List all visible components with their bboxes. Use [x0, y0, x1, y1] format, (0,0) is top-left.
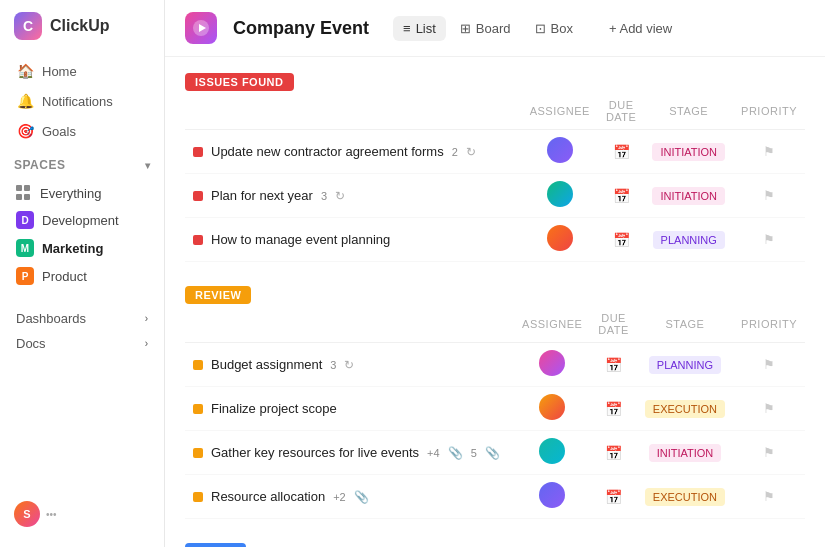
col-header-assignee-issues: ASSIGNEE [522, 93, 598, 130]
flag-icon: ⚑ [763, 445, 775, 460]
docs-toggle[interactable]: Docs › [8, 331, 156, 356]
col-header-priority-issues: PRIORITY [733, 93, 805, 130]
task-name-cell: Plan for next year 3 ↻ [185, 174, 522, 218]
calendar-icon: 📅 [613, 232, 630, 248]
section-badge-review: REVIEW [185, 286, 251, 304]
col-header-assignee-review: ASSIGNEE [514, 306, 590, 343]
task-name[interactable]: Resource allocation [211, 489, 325, 504]
task-meta-count: +2 [333, 491, 346, 503]
paperclip-icon: 📎 [448, 446, 463, 460]
sidebar-item-notifications[interactable]: 🔔 Notifications [8, 86, 156, 116]
user-menu-icon: ••• [46, 509, 57, 520]
priority-cell: ⚑ [733, 130, 805, 174]
task-name-cell: Gather key resources for live events +4 … [185, 431, 514, 475]
avatar [547, 181, 573, 207]
task-status-dot [193, 360, 203, 370]
section-badge-ready: READY [185, 543, 246, 547]
col-header-duedate-issues: DUE DATE [598, 93, 645, 130]
task-name[interactable]: How to manage event planning [211, 232, 390, 247]
task-name[interactable]: Finalize project scope [211, 401, 337, 416]
task-status-dot [193, 404, 203, 414]
development-label: Development [42, 213, 119, 228]
col-header-stage-review: STAGE [637, 306, 733, 343]
sidebar-item-product[interactable]: P Product [8, 262, 156, 290]
task-status-dot [193, 191, 203, 201]
task-name-cell: Resource allocation +2 📎 [185, 475, 514, 519]
main-header: Company Event ≡ List ⊞ Board ⊡ Box + Add… [165, 0, 825, 57]
table-row: Budget assignment 3 ↻ 📅 PLANNING ⚑ [185, 343, 805, 387]
logo-icon: C [14, 12, 42, 40]
project-title: Company Event [233, 18, 369, 39]
logo-area: C ClickUp [0, 12, 164, 56]
calendar-icon: 📅 [605, 401, 622, 417]
flag-icon: ⚑ [763, 232, 775, 247]
task-name[interactable]: Plan for next year [211, 188, 313, 203]
list-icon: ≡ [403, 21, 411, 36]
table-row: Resource allocation +2 📎 📅 EXECUTION ⚑ [185, 475, 805, 519]
user-avatar-area[interactable]: S ••• [0, 493, 164, 535]
tab-list[interactable]: ≡ List [393, 16, 446, 41]
stage-badge: INITIATION [649, 444, 722, 462]
task-name[interactable]: Update new contractor agreement forms [211, 144, 444, 159]
sidebar: C ClickUp 🏠 Home 🔔 Notifications 🎯 Goals… [0, 0, 165, 547]
task-name[interactable]: Gather key resources for live events [211, 445, 419, 460]
task-name-cell: Finalize project scope [185, 387, 514, 431]
avatar [539, 350, 565, 376]
stage-badge: INITIATION [652, 143, 725, 161]
goals-icon: 🎯 [16, 122, 34, 140]
duedate-cell: 📅 [598, 218, 645, 262]
stage-cell: EXECUTION [637, 475, 733, 519]
tab-box[interactable]: ⊡ Box [525, 16, 583, 41]
add-view-button[interactable]: + Add view [599, 16, 682, 41]
board-icon: ⊞ [460, 21, 471, 36]
assignee-cell [514, 431, 590, 475]
task-meta-count: 3 [321, 190, 327, 202]
assignee-cell [514, 475, 590, 519]
stage-cell: EXECUTION [637, 387, 733, 431]
section-ready-header: READY [185, 543, 805, 547]
spaces-section-header: Spaces ▾ [0, 146, 164, 176]
section-badge-issues: ISSUES FOUND [185, 73, 294, 91]
flag-icon: ⚑ [763, 357, 775, 372]
sidebar-item-development[interactable]: D Development [8, 206, 156, 234]
task-name-cell: Budget assignment 3 ↻ [185, 343, 514, 387]
repeat-icon: ↻ [344, 358, 354, 372]
sidebar-item-goals[interactable]: 🎯 Goals [8, 116, 156, 146]
sidebar-item-home[interactable]: 🏠 Home [8, 56, 156, 86]
stage-cell: INITIATION [644, 174, 733, 218]
paperclip-icon-2: 📎 [485, 446, 500, 460]
tab-box-label: Box [551, 21, 573, 36]
task-meta-count: 3 [330, 359, 336, 371]
box-icon: ⊡ [535, 21, 546, 36]
duedate-cell: 📅 [590, 431, 637, 475]
col-header-stage-issues: STAGE [644, 93, 733, 130]
priority-cell: ⚑ [733, 475, 805, 519]
docs-label: Docs [16, 336, 46, 351]
table-row: Finalize project scope 📅 EXECUTION ⚑ [185, 387, 805, 431]
col-header-task-issues [185, 93, 522, 130]
project-icon [185, 12, 217, 44]
chevron-down-icon: ▾ [145, 160, 151, 171]
nav-section: 🏠 Home 🔔 Notifications 🎯 Goals [0, 56, 164, 146]
tab-list-label: List [416, 21, 436, 36]
calendar-icon: 📅 [605, 445, 622, 461]
sidebar-item-everything[interactable]: Everything [8, 180, 156, 206]
task-name[interactable]: Budget assignment [211, 357, 322, 372]
logo-text: ClickUp [50, 17, 110, 35]
content-area: ISSUES FOUND ASSIGNEE DUE DATE STAGE PRI… [165, 57, 825, 547]
spaces-toggle[interactable]: Spaces ▾ [14, 158, 150, 172]
flag-icon: ⚑ [763, 489, 775, 504]
stage-cell: INITIATION [644, 130, 733, 174]
stage-cell: PLANNING [637, 343, 733, 387]
stage-cell: INITIATION [637, 431, 733, 475]
tab-board[interactable]: ⊞ Board [450, 16, 521, 41]
assignee-cell [522, 130, 598, 174]
sidebar-item-marketing[interactable]: M Marketing [8, 234, 156, 262]
stage-badge: INITIATION [652, 187, 725, 205]
flag-icon: ⚑ [763, 144, 775, 159]
dashboards-toggle[interactable]: Dashboards › [8, 306, 156, 331]
assignee-cell [522, 218, 598, 262]
marketing-space-icon: M [16, 239, 34, 257]
duedate-cell: 📅 [598, 130, 645, 174]
flag-icon: ⚑ [763, 188, 775, 203]
